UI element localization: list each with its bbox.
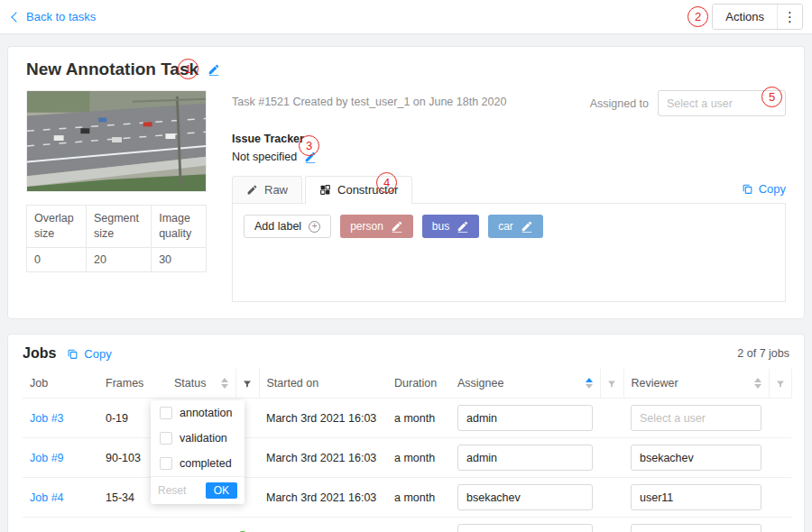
param-header-segment: Segment size	[86, 206, 151, 248]
sort-carets-icon	[586, 378, 593, 389]
checkbox-icon[interactable]	[160, 407, 172, 419]
edit-label-icon[interactable]	[391, 220, 403, 233]
copy-jobs-link[interactable]: Copy	[67, 347, 111, 361]
assignee-filter-icon[interactable]	[600, 369, 623, 399]
labels-constructor-panel: Add label person bus car	[232, 203, 786, 302]
copy-icon	[742, 183, 753, 195]
copy-labels-label: Copy	[759, 182, 786, 196]
label-tag-bus[interactable]: bus	[422, 215, 479, 238]
assigned-to-label: Assigned to	[590, 97, 649, 110]
job-link[interactable]: Job #9	[30, 452, 64, 464]
tab-raw-label: Raw	[264, 183, 288, 197]
sort-carets-icon	[754, 378, 761, 389]
col-reviewer[interactable]: Reviewer	[623, 369, 769, 399]
task-title: New Annotation Task	[26, 60, 198, 79]
task-preview-image	[26, 90, 207, 192]
status-filter-dropdown: annotation validation completed Reset OK	[151, 400, 245, 504]
col-duration: Duration	[387, 369, 450, 399]
duration-cell: a month	[387, 518, 450, 532]
job-row: Job #4 15-34 March 3rd 2021 16:03 a mont…	[23, 478, 791, 518]
started-cell: March 3rd 2021 16:03	[259, 399, 387, 438]
param-value-quality: 30	[152, 247, 207, 271]
reviewer-input[interactable]	[631, 484, 761, 510]
label-tag-person[interactable]: person	[340, 215, 413, 238]
filter-ok-button[interactable]: OK	[206, 482, 237, 499]
reviewer-filter-icon[interactable]	[769, 369, 791, 399]
edit-issue-tracker-icon[interactable]	[304, 151, 317, 163]
add-label-text: Add label	[254, 220, 301, 233]
job-link[interactable]: Job #3	[30, 412, 64, 425]
blocks-icon	[319, 184, 331, 196]
reviewer-input[interactable]	[631, 405, 761, 431]
jobs-count: 2 of 7 jobs	[737, 347, 789, 360]
duration-cell: a month	[387, 438, 450, 478]
tab-constructor[interactable]: Constructor	[305, 176, 412, 204]
filter-option-validation[interactable]: validation	[151, 426, 245, 451]
filter-reset-button[interactable]: Reset	[158, 484, 186, 497]
col-started: Started on	[259, 369, 387, 399]
tab-constructor-label: Constructor	[337, 183, 398, 197]
task-meta: Task #1521 Created by test_user_1 on Jun…	[232, 90, 506, 108]
checkbox-icon[interactable]	[160, 432, 172, 445]
copy-jobs-label: Copy	[84, 347, 111, 361]
param-value-overlap: 0	[27, 247, 87, 271]
label-name: bus	[432, 220, 449, 233]
copy-labels-link[interactable]: Copy	[742, 182, 786, 203]
assignee-input[interactable]	[457, 445, 593, 471]
top-bar: Back to tasks Actions	[0, 0, 812, 34]
actions-split-button: Actions	[712, 4, 803, 30]
sort-carets-icon	[221, 378, 228, 389]
col-status[interactable]: Status	[167, 369, 235, 399]
task-assignee-input[interactable]	[658, 90, 786, 116]
assignee-input[interactable]	[457, 484, 593, 510]
duration-cell: a month	[387, 478, 450, 518]
edit-label-icon[interactable]	[457, 220, 469, 233]
reviewer-input[interactable]	[631, 445, 761, 471]
add-label-button[interactable]: Add label	[244, 215, 331, 238]
jobs-table: Job Frames Status Started on Duration As…	[23, 369, 792, 532]
job-link[interactable]: Job #4	[30, 491, 64, 504]
back-to-tasks-link[interactable]: Back to tasks	[9, 10, 96, 23]
edit-label-icon[interactable]	[521, 220, 533, 233]
duration-cell: a month	[387, 399, 450, 438]
actions-button[interactable]: Actions	[713, 5, 777, 29]
label-name: person	[350, 220, 383, 233]
col-frames: Frames	[98, 369, 167, 399]
param-header-overlap: Overlap size	[27, 206, 87, 248]
edit-task-name-icon[interactable]	[208, 63, 220, 76]
task-details-card: New Annotation Task	[7, 46, 805, 319]
param-header-quality: Image quality	[152, 206, 207, 248]
back-chevron-icon	[11, 12, 21, 22]
assignee-input[interactable]	[457, 405, 593, 431]
jobs-card: Jobs Copy 2 of 7 jobs Job Frames	[7, 334, 805, 532]
job-row: Job #3 0-19 March 3rd 2021 16:03 a month	[23, 399, 791, 438]
checkbox-icon[interactable]	[160, 457, 172, 470]
frames-cell: 75-94	[98, 518, 167, 532]
label-name: car	[498, 220, 513, 233]
jobs-title: Jobs	[23, 345, 56, 362]
copy-icon	[67, 348, 78, 360]
plus-circle-icon	[309, 221, 320, 233]
issue-tracker-value: Not specified	[232, 151, 297, 163]
filter-option-completed[interactable]: completed	[151, 451, 245, 476]
kebab-menu-icon[interactable]	[777, 5, 802, 29]
pencil-icon	[246, 184, 258, 196]
filter-option-annotation[interactable]: annotation	[151, 400, 245, 426]
label-tag-car[interactable]: car	[488, 215, 543, 238]
issue-tracker-label: Issue Tracker	[232, 133, 786, 145]
job-row: Job #9 90-103 March 3rd 2021 16:03 a mon…	[23, 438, 791, 478]
reviewer-input[interactable]	[631, 524, 761, 532]
status-filter-icon[interactable]	[235, 369, 259, 399]
task-params-table: Overlap size Segment size Image quality …	[26, 205, 207, 272]
col-job: Job	[23, 369, 98, 399]
started-cell: March 3rd 2021 16:03	[259, 518, 387, 532]
job-row: Job #8 75-94 completed March 3rd 2021 16…	[23, 518, 791, 532]
tab-raw[interactable]: Raw	[232, 176, 302, 203]
back-label: Back to tasks	[26, 10, 96, 23]
started-cell: March 3rd 2021 16:03	[259, 478, 387, 518]
col-assignee[interactable]: Assignee	[450, 369, 600, 399]
started-cell: March 3rd 2021 16:03	[259, 438, 387, 478]
param-value-segment: 20	[86, 247, 151, 271]
assignee-input[interactable]	[457, 524, 593, 532]
